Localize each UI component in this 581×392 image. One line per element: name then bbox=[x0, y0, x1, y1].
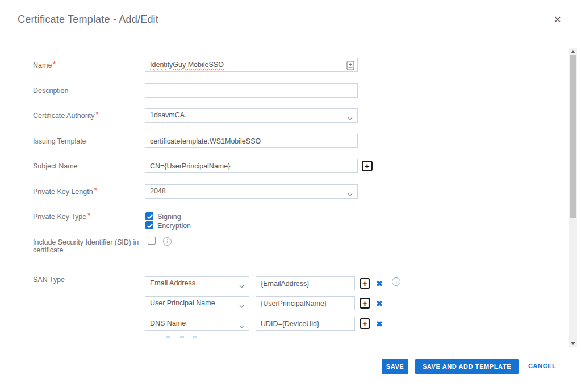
san-type-select[interactable]: User Principal Name bbox=[145, 296, 249, 310]
san-add-button[interactable]: + bbox=[360, 298, 370, 309]
san-type-select[interactable]: DNS Name bbox=[145, 317, 249, 331]
subject-name-add-button[interactable]: + bbox=[362, 161, 373, 171]
name-field[interactable]: IdentityGuy MobileSSO bbox=[145, 58, 358, 72]
scroll-down-icon[interactable] bbox=[571, 342, 575, 345]
chevron-down-icon bbox=[239, 282, 244, 290]
save-button[interactable]: SAVE bbox=[382, 359, 408, 374]
required-asterisk: * bbox=[95, 110, 98, 119]
description-label: Description bbox=[33, 87, 69, 95]
san-remove-icon[interactable]: ✖ bbox=[376, 299, 383, 308]
san-add-button[interactable]: + bbox=[360, 278, 370, 289]
checkmark-icon bbox=[147, 223, 153, 229]
cancel-button[interactable]: CANCEL bbox=[528, 363, 556, 369]
vertical-scrollbar[interactable] bbox=[569, 48, 577, 347]
san-value-field[interactable] bbox=[256, 276, 355, 290]
name-label: Name* bbox=[33, 61, 56, 69]
private-key-length-label: Private Key Length* bbox=[33, 188, 97, 196]
san-type-label: SAN Type bbox=[33, 276, 65, 284]
lookup-values-icon[interactable] bbox=[346, 61, 354, 72]
san-remove-icon[interactable]: ✖ bbox=[376, 279, 383, 288]
include-sid-checkbox[interactable] bbox=[148, 237, 156, 245]
san-value-field[interactable] bbox=[256, 296, 355, 310]
chevron-down-icon bbox=[348, 190, 353, 198]
issuing-template-field[interactable] bbox=[145, 134, 358, 148]
certificate-authority-value: 1dsavmCA bbox=[150, 111, 185, 119]
close-icon[interactable]: ✕ bbox=[554, 15, 561, 24]
required-asterisk: * bbox=[53, 60, 56, 68]
clipped-row-artifact bbox=[166, 336, 170, 338]
page-title: Certificate Template - Add/Edit bbox=[18, 14, 158, 26]
checkmark-icon bbox=[147, 214, 153, 220]
include-sid-label: Include Security Identifier (SID) in cer… bbox=[33, 238, 145, 254]
issuing-template-label: Issuing Template bbox=[33, 137, 86, 145]
clipped-row-artifact bbox=[180, 336, 184, 338]
san-type-select[interactable]: Email Address bbox=[145, 276, 249, 290]
info-icon[interactable]: i bbox=[163, 237, 172, 246]
subject-name-field[interactable] bbox=[145, 159, 358, 173]
required-asterisk: * bbox=[87, 211, 90, 220]
certificate-authority-label: Certificate Authority* bbox=[33, 112, 98, 120]
encryption-checkbox[interactable] bbox=[145, 221, 153, 229]
required-asterisk: * bbox=[94, 186, 97, 195]
scrollbar-thumb[interactable] bbox=[570, 55, 576, 218]
certificate-authority-select[interactable]: 1dsavmCA bbox=[145, 108, 358, 123]
subject-name-label: Subject Name bbox=[33, 162, 78, 170]
private-key-length-select[interactable]: 2048 bbox=[145, 184, 358, 199]
clipped-row-artifact bbox=[193, 336, 197, 338]
certificate-template-dialog: Certificate Template - Add/Edit ✕ Name* … bbox=[0, 0, 581, 392]
name-value: IdentityGuy MobileSSO bbox=[150, 61, 224, 69]
private-key-type-label: Private Key Type* bbox=[33, 213, 90, 221]
san-remove-icon[interactable]: ✖ bbox=[376, 319, 383, 328]
chevron-down-icon bbox=[348, 114, 353, 122]
description-field[interactable] bbox=[145, 83, 358, 98]
signing-checkbox-label: Signing bbox=[157, 213, 181, 221]
encryption-checkbox-label: Encryption bbox=[157, 222, 191, 230]
signing-checkbox[interactable] bbox=[145, 212, 153, 220]
private-key-length-value: 2048 bbox=[150, 187, 166, 195]
san-add-button[interactable]: + bbox=[360, 318, 370, 329]
save-and-add-template-button[interactable]: SAVE AND ADD TEMPLATE bbox=[415, 359, 519, 374]
chevron-down-icon bbox=[239, 322, 244, 330]
san-value-field[interactable] bbox=[256, 317, 355, 331]
chevron-down-icon bbox=[239, 302, 244, 310]
info-icon[interactable]: i bbox=[392, 277, 400, 286]
scroll-up-icon[interactable] bbox=[571, 50, 575, 53]
